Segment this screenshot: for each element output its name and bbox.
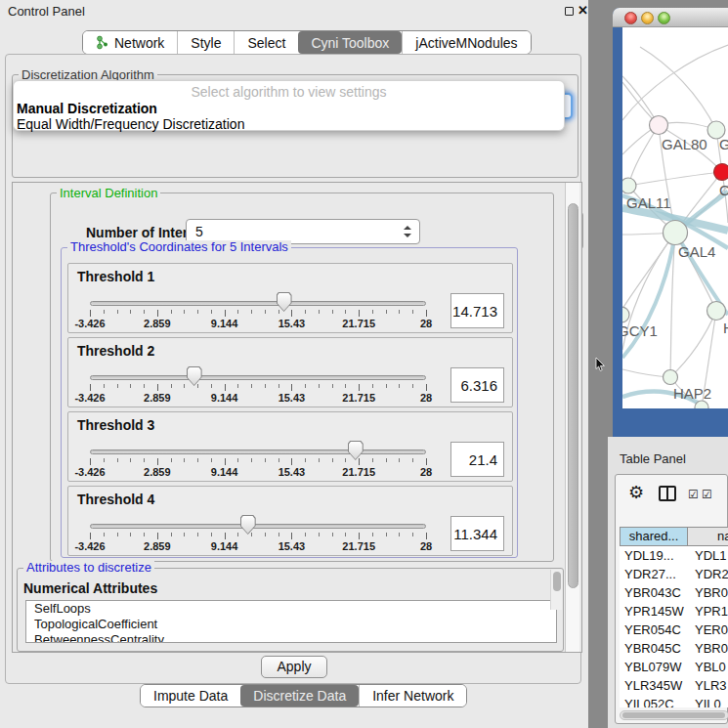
node-gcy1[interactable] [622,307,629,322]
table-row[interactable]: YPR145WYPR1 [620,602,728,621]
tab-impute-data[interactable]: Impute Data [141,685,240,707]
threshold-3-slider-track[interactable] [90,450,426,454]
table-header-row: shared... na [620,527,728,546]
split-columns-icon[interactable] [659,486,676,501]
column-header-shared-name[interactable]: shared... [620,527,688,546]
threshold-3-panel: Threshold 3-3.4262.8599.14415.4321.71528… [67,411,513,482]
threshold-2-slider-thumb[interactable] [187,366,202,386]
slider-tick [117,384,118,388]
attribute-item-selfloops[interactable]: SelfLoops [26,601,556,617]
tab-jactivemnodules[interactable]: jActiveMNodules [402,31,530,54]
slider-tick [386,310,387,314]
node-h[interactable] [707,302,726,321]
node-unlabeled[interactable] [695,401,708,408]
close-button-red[interactable] [624,12,637,24]
tab-network[interactable]: Network [83,31,177,54]
right-region: GAL80GACGAL11GAL4HGCY1HAP2 Table Panel ⚙… [588,0,728,728]
slider-tick [372,310,373,314]
table-row[interactable]: YBR045CYBR0 [620,639,728,658]
attribute-item-topologicalcoefficient[interactable]: TopologicalCoefficient [26,617,556,632]
zoom-button-green[interactable] [658,12,670,24]
slider-tick [197,533,198,536]
network-window-titlebar [613,8,728,27]
slider-tick [211,533,212,536]
node-hap2[interactable] [664,370,678,385]
slider-tick [426,310,427,317]
table-horizontal-scrollbar[interactable] [620,710,728,720]
tab-select[interactable]: Select [234,31,298,54]
slider-tick [359,458,360,465]
cell-name: YBR0 [688,583,728,602]
table-row[interactable]: YBL079WYBL0 [620,658,728,676]
tab-style[interactable]: Style [177,31,234,54]
table-row[interactable]: YER054CYER0 [620,621,728,639]
threshold-2-value-field[interactable]: 6.316 [450,367,504,403]
table-row[interactable]: YBR043CYBR0 [620,583,728,602]
float-icon[interactable] [565,7,574,16]
slider-tick [278,310,279,314]
node-gal4[interactable] [664,221,688,245]
slider-tick [104,384,105,388]
slider-tick [251,384,252,388]
threshold-1-slider-thumb[interactable] [277,292,292,312]
slider-tick [412,384,413,388]
apply-button[interactable]: Apply [261,656,327,678]
node-gal11[interactable] [622,178,636,193]
column-header-name[interactable]: na [688,527,728,546]
slider-tick [104,310,105,314]
threshold-4-slider-track[interactable] [90,524,426,529]
network-edge[interactable] [628,172,722,186]
node-c[interactable] [714,164,728,181]
network-edge[interactable] [628,125,659,186]
table-row[interactable]: YLR345WYLR3 [620,676,728,695]
slider-tick [345,533,346,536]
minimize-button-yellow[interactable] [641,12,654,24]
network-graph: GAL80GACGAL11GAL4HGCY1HAP2 [622,27,728,408]
slider-tick [184,384,185,388]
node-gal80[interactable] [650,116,668,135]
tab-infer-network[interactable]: Infer Network [359,685,466,707]
slider-tick [399,310,400,314]
attribute-item-betweennesscentrality[interactable]: BetweennessCentrality [26,632,556,643]
threshold-2-slider-track[interactable] [90,375,426,380]
threshold-1-slider-track[interactable] [90,301,426,306]
attributes-list-scrollbar[interactable] [550,570,562,610]
table-row[interactable]: YIL052CYIL0 [620,695,728,707]
checkbox-checked-icon[interactable]: ☑ [702,488,712,501]
checkbox-checked-icon[interactable]: ☑ [688,488,699,501]
scrollbar-thumb[interactable] [553,572,561,591]
slider-scale-label: 9.144 [195,318,254,329]
threshold-4-slider-thumb[interactable] [240,515,256,535]
settings-gear-icon[interactable]: ⚙ [628,483,644,502]
cell-shared-name: YBR045C [620,639,688,658]
settings-vertical-scrollbar[interactable] [565,183,579,652]
slider-tick [144,384,145,388]
slider-scale-label: 15.43 [262,318,321,329]
slider-scale-label: -3.426 [61,466,119,478]
close-icon[interactable]: ✕ [578,3,588,18]
network-canvas[interactable]: GAL80GACGAL11GAL4HGCY1HAP2 [622,27,728,408]
table-body: YDL19...YDL1YDR27...YDR2YBR043CYBR0YPR14… [620,546,728,707]
threshold-1-value-field[interactable]: 14.713 [450,293,504,328]
table-row[interactable]: YDR27...YDR2 [620,565,728,583]
slider-tick [305,458,306,462]
slider-tick [426,533,427,539]
tab-cyni-toolbox[interactable]: Cyni Toolbox [298,31,402,54]
slider-tick [332,384,333,388]
table-row[interactable]: YDL19...YDL1 [620,546,728,565]
algorithm-item-manual-discretization[interactable]: Manual Discretization [17,101,157,116]
numerical-attributes-list[interactable]: SelfLoopsTopologicalCoefficientBetweenne… [25,600,557,643]
threshold-3-slider-thumb[interactable] [348,441,364,460]
threshold-label: Threshold 3 [77,417,154,433]
slider-tick [197,384,198,388]
scrollbar-thumb[interactable] [622,712,725,718]
network-edge[interactable] [622,45,728,120]
scrollbar-thumb[interactable] [568,203,578,588]
tab-discretize-data[interactable]: Discretize Data [240,685,359,707]
threshold-3-value-field[interactable]: 21.4 [450,442,504,477]
network-edge[interactable] [670,311,716,377]
algorithm-item-equal-width-frequency[interactable]: Equal Width/Frequency Discretization [17,116,244,132]
algorithm-placeholder-item[interactable]: Select algorithm to view settings [14,84,564,100]
threshold-4-value-field[interactable]: 11.344 [450,516,504,551]
slider-tick [359,310,360,317]
